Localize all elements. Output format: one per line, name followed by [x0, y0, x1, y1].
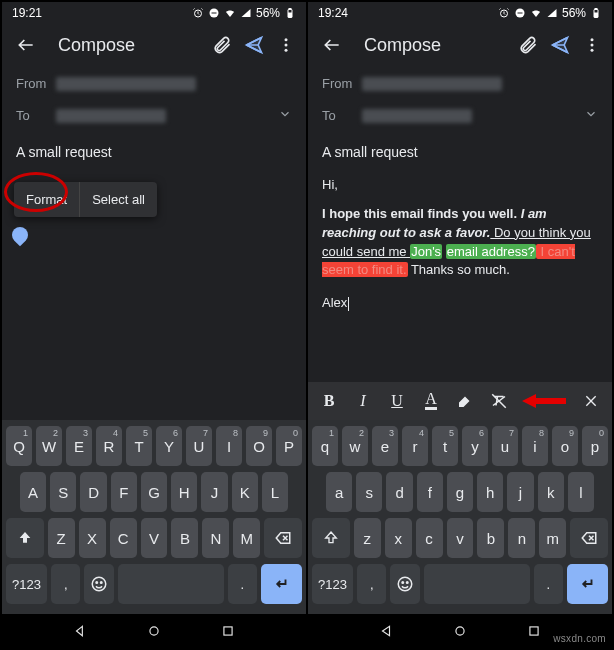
format-highlight-button[interactable]: [448, 384, 482, 418]
email-body[interactable]: Hi, I hope this email finds you well. I …: [308, 166, 612, 382]
key-y[interactable]: y6: [462, 426, 488, 466]
key-f[interactable]: f: [417, 472, 443, 512]
chevron-down-icon[interactable]: [584, 107, 598, 124]
key-g[interactable]: g: [447, 472, 473, 512]
overflow-button[interactable]: [576, 25, 608, 65]
key-i[interactable]: i8: [522, 426, 548, 466]
emoji-key[interactable]: [390, 564, 419, 604]
nav-recent-icon[interactable]: [527, 624, 541, 638]
format-text-color-button[interactable]: A: [414, 384, 448, 418]
backspace-key[interactable]: [264, 518, 302, 558]
key-E[interactable]: E3: [66, 426, 92, 466]
key-C[interactable]: C: [110, 518, 137, 558]
nav-back-icon[interactable]: [379, 624, 393, 638]
key-v[interactable]: v: [447, 518, 474, 558]
to-field[interactable]: To: [308, 99, 612, 132]
overflow-button[interactable]: [270, 25, 302, 65]
key-Z[interactable]: Z: [48, 518, 75, 558]
attach-button[interactable]: [206, 25, 238, 65]
key-X[interactable]: X: [79, 518, 106, 558]
key-N[interactable]: N: [202, 518, 229, 558]
key-D[interactable]: D: [80, 472, 106, 512]
key-z[interactable]: z: [354, 518, 381, 558]
key-U[interactable]: U7: [186, 426, 212, 466]
key-d[interactable]: d: [386, 472, 412, 512]
period-key[interactable]: .: [534, 564, 563, 604]
key-T[interactable]: T5: [126, 426, 152, 466]
key-b[interactable]: b: [477, 518, 504, 558]
key-L[interactable]: L: [262, 472, 288, 512]
key-t[interactable]: t5: [432, 426, 458, 466]
menu-item-format[interactable]: Format: [14, 182, 79, 217]
key-m[interactable]: m: [539, 518, 566, 558]
format-clear-button[interactable]: [482, 384, 516, 418]
menu-item-select-all[interactable]: Select all: [79, 182, 157, 217]
subject-field[interactable]: A small request: [308, 132, 612, 166]
key-x[interactable]: x: [385, 518, 412, 558]
key-V[interactable]: V: [141, 518, 168, 558]
key-a[interactable]: a: [326, 472, 352, 512]
key-n[interactable]: n: [508, 518, 535, 558]
key-s[interactable]: s: [356, 472, 382, 512]
emoji-key[interactable]: [84, 564, 113, 604]
key-J[interactable]: J: [201, 472, 227, 512]
key-r[interactable]: r4: [402, 426, 428, 466]
key-O[interactable]: O9: [246, 426, 272, 466]
to-field[interactable]: To: [2, 99, 306, 132]
key-Y[interactable]: Y6: [156, 426, 182, 466]
chevron-down-icon[interactable]: [278, 107, 292, 124]
key-l[interactable]: l: [568, 472, 594, 512]
key-G[interactable]: G: [141, 472, 167, 512]
nav-recent-icon[interactable]: [221, 624, 235, 638]
period-key[interactable]: .: [228, 564, 257, 604]
key-o[interactable]: o9: [552, 426, 578, 466]
key-I[interactable]: I8: [216, 426, 242, 466]
space-key[interactable]: [424, 564, 530, 604]
key-k[interactable]: k: [538, 472, 564, 512]
key-A[interactable]: A: [20, 472, 46, 512]
subject-field[interactable]: A small request: [2, 132, 306, 166]
symbols-key[interactable]: ?123: [312, 564, 353, 604]
key-S[interactable]: S: [50, 472, 76, 512]
key-u[interactable]: u7: [492, 426, 518, 466]
key-h[interactable]: h: [477, 472, 503, 512]
key-R[interactable]: R4: [96, 426, 122, 466]
format-close-button[interactable]: [574, 384, 608, 418]
key-B[interactable]: B: [171, 518, 198, 558]
backspace-key[interactable]: [570, 518, 608, 558]
key-e[interactable]: e3: [372, 426, 398, 466]
key-H[interactable]: H: [171, 472, 197, 512]
format-underline-button[interactable]: U: [380, 384, 414, 418]
back-button[interactable]: [312, 25, 352, 65]
key-j[interactable]: j: [507, 472, 533, 512]
from-field[interactable]: From: [2, 68, 306, 99]
key-Q[interactable]: Q1: [6, 426, 32, 466]
key-c[interactable]: c: [416, 518, 443, 558]
back-button[interactable]: [6, 25, 46, 65]
from-field[interactable]: From: [308, 68, 612, 99]
shift-key[interactable]: [6, 518, 44, 558]
comma-key[interactable]: ,: [51, 564, 80, 604]
key-q[interactable]: q1: [312, 426, 338, 466]
key-p[interactable]: p0: [582, 426, 608, 466]
key-w[interactable]: w2: [342, 426, 368, 466]
enter-key[interactable]: [261, 564, 302, 604]
comma-key[interactable]: ,: [357, 564, 386, 604]
symbols-key[interactable]: ?123: [6, 564, 47, 604]
send-button[interactable]: [544, 25, 576, 65]
enter-key[interactable]: [567, 564, 608, 604]
nav-home-icon[interactable]: [453, 624, 467, 638]
key-P[interactable]: P0: [276, 426, 302, 466]
key-M[interactable]: M: [233, 518, 260, 558]
key-K[interactable]: K: [232, 472, 258, 512]
attach-button[interactable]: [512, 25, 544, 65]
shift-key[interactable]: [312, 518, 350, 558]
key-W[interactable]: W2: [36, 426, 62, 466]
key-F[interactable]: F: [111, 472, 137, 512]
send-button[interactable]: [238, 25, 270, 65]
nav-back-icon[interactable]: [73, 624, 87, 638]
format-italic-button[interactable]: I: [346, 384, 380, 418]
nav-home-icon[interactable]: [147, 624, 161, 638]
space-key[interactable]: [118, 564, 224, 604]
format-bold-button[interactable]: B: [312, 384, 346, 418]
